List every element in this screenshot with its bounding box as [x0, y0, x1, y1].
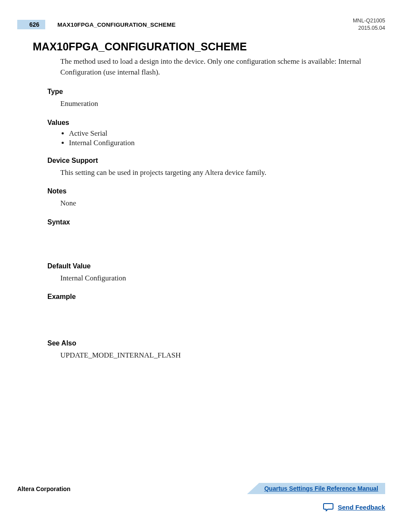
section-default-value: Default Value Internal Configuration — [47, 262, 385, 284]
list-item: Active Serial — [69, 129, 385, 138]
section-body: Enumeration — [60, 98, 385, 109]
running-title: MAX10FPGA_CONFIGURATION_SCHEME — [57, 22, 175, 28]
values-list: Active Serial Internal Configuration — [69, 129, 385, 147]
section-body: UPDATE_MODE_INTERNAL_FLASH — [60, 350, 385, 361]
section-label: See Also — [47, 339, 385, 347]
manual-title-link[interactable]: Quartus Settings File Reference Manual — [247, 483, 385, 494]
section-label: Syntax — [47, 218, 385, 226]
spacer — [33, 236, 385, 262]
section-label: Values — [47, 119, 385, 127]
page-header: 626 MAX10FPGA_CONFIGURATION_SCHEME MNL-Q… — [17, 17, 385, 33]
list-item: Internal Configuration — [69, 139, 385, 147]
spacer — [33, 310, 385, 339]
section-example: Example — [47, 293, 385, 301]
comment-bubble-icon — [323, 503, 333, 511]
page-title: MAX10FPGA_CONFIGURATION_SCHEME — [33, 40, 385, 53]
doc-date: 2015.05.04 — [353, 25, 385, 32]
section-body: This setting can be used in projects tar… — [60, 167, 385, 178]
section-notes: Notes None — [47, 187, 385, 209]
section-body: None — [60, 198, 385, 209]
page-number: 626 — [17, 20, 45, 29]
section-label: Example — [47, 293, 385, 301]
section-label: Device Support — [47, 157, 385, 165]
section-device-support: Device Support This setting can be used … — [47, 157, 385, 178]
doc-id: MNL-Q21005 — [353, 17, 385, 25]
page-footer: Altera Corporation Quartus Settings File… — [17, 483, 385, 511]
section-label: Default Value — [47, 262, 385, 270]
doc-meta: MNL-Q21005 2015.05.04 — [353, 17, 385, 32]
section-type: Type Enumeration — [47, 88, 385, 109]
section-body: Internal Configuration — [60, 273, 385, 284]
section-label: Type — [47, 88, 385, 96]
corporation-label: Altera Corporation — [17, 485, 71, 492]
intro-paragraph: The method used to load a design into th… — [60, 56, 371, 78]
section-values: Values Active Serial Internal Configurat… — [47, 119, 385, 147]
page-bar: 626 MAX10FPGA_CONFIGURATION_SCHEME — [17, 20, 176, 29]
section-label: Notes — [47, 187, 385, 195]
feedback-row: Send Feedback — [17, 503, 385, 511]
section-syntax: Syntax — [47, 218, 385, 226]
section-see-also: See Also UPDATE_MODE_INTERNAL_FLASH — [47, 339, 385, 361]
footer-row: Altera Corporation Quartus Settings File… — [17, 483, 385, 495]
content: MAX10FPGA_CONFIGURATION_SCHEME The metho… — [33, 40, 385, 361]
send-feedback-link[interactable]: Send Feedback — [338, 504, 385, 511]
